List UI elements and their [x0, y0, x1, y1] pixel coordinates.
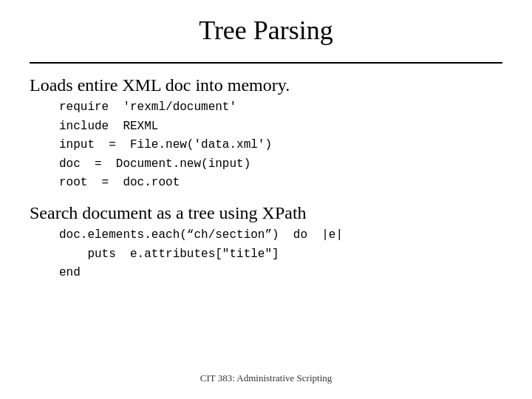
- code-line-1: require 'rexml/document': [59, 98, 502, 117]
- footer-text: CIT 383: Administrative Scripting: [200, 372, 332, 383]
- section-2: Search document as a tree using XPath do…: [30, 203, 502, 283]
- code-line-6: doc.elements.each(“ch/section”) do |e|: [59, 226, 502, 245]
- section-1-heading: Loads entire XML doc into memory.: [30, 75, 502, 95]
- content-area: Loads entire XML doc into memory. requir…: [30, 75, 502, 365]
- title-divider: [30, 62, 502, 64]
- section-1-code: require 'rexml/document' include REXML i…: [30, 98, 502, 193]
- code-line-2: include REXML: [59, 117, 502, 137]
- footer: CIT 383: Administrative Scripting: [30, 365, 502, 384]
- title-area: Tree Parsing: [30, 15, 502, 53]
- section-2-code: doc.elements.each(“ch/section”) do |e| p…: [30, 226, 502, 283]
- code-line-3: input = File.new('data.xml'): [59, 136, 502, 155]
- section-1: Loads entire XML doc into memory. requir…: [30, 75, 502, 193]
- code-line-4: doc = Document.new(input): [59, 155, 502, 174]
- code-line-5: root = doc.root: [59, 174, 502, 193]
- section-2-heading: Search document as a tree using XPath: [30, 203, 502, 223]
- slide: Tree Parsing Loads entire XML doc into m…: [0, 0, 532, 399]
- code-line-7: puts e.attributes["title"]: [59, 245, 502, 265]
- slide-title: Tree Parsing: [30, 15, 502, 46]
- code-line-8: end: [59, 264, 502, 283]
